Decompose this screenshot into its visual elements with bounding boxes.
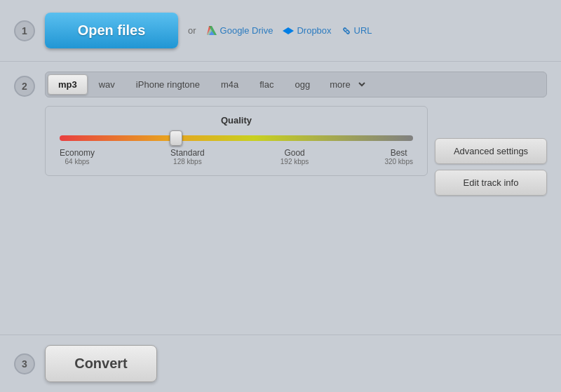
dropbox-link[interactable]: Dropbox: [283, 25, 331, 36]
quality-best: Best 320 kbps: [384, 148, 413, 165]
convert-button[interactable]: Convert: [45, 345, 157, 382]
or-label: or: [188, 25, 196, 36]
step-3-circle: 3: [14, 353, 35, 374]
edit-track-info-button[interactable]: Edit track info: [435, 170, 547, 196]
google-drive-icon: [206, 25, 217, 36]
open-files-button[interactable]: Open files: [45, 13, 178, 48]
app-container: 1 Open files or Google Drive: [0, 0, 561, 392]
quality-panel: Quality Economy 64 kbps Standard: [45, 106, 428, 176]
quality-good: Good 192 kbps: [280, 148, 309, 165]
step-2-circle: 2: [14, 76, 35, 97]
right-panel: Advanced settings Edit track info: [435, 138, 547, 196]
quality-slider-thumb[interactable]: [170, 130, 182, 146]
quality-slider-track: [60, 135, 413, 141]
advanced-settings-button[interactable]: Advanced settings: [435, 138, 547, 164]
quality-slider-container: [60, 135, 413, 141]
section-1: 1 Open files or Google Drive: [0, 0, 561, 62]
quality-standard: Standard 128 kbps: [170, 148, 205, 165]
format-tabs: mp3 wav iPhone ringtone m4a flac ogg mor…: [45, 72, 547, 97]
quality-label: Quality: [60, 115, 413, 126]
google-drive-link[interactable]: Google Drive: [206, 25, 273, 36]
quality-economy: Economy 64 kbps: [60, 148, 95, 165]
quality-row: Quality Economy 64 kbps Standard: [45, 106, 547, 196]
step-1-circle: 1: [14, 20, 35, 41]
tab-flac[interactable]: flac: [250, 75, 283, 94]
url-link[interactable]: URL: [342, 25, 372, 36]
section-2-content: mp3 wav iPhone ringtone m4a flac ogg mor…: [45, 72, 547, 196]
tab-mp3[interactable]: mp3: [48, 74, 88, 95]
dropbox-icon: [283, 25, 294, 36]
tab-wav[interactable]: wav: [89, 75, 125, 94]
section-2: 2 mp3 wav iPhone ringtone m4a flac ogg m…: [0, 62, 561, 335]
tab-ogg[interactable]: ogg: [285, 75, 320, 94]
svg-line-5: [345, 29, 348, 32]
tab-iphone-ringtone[interactable]: iPhone ringtone: [126, 75, 210, 94]
slider-labels: Economy 64 kbps Standard 128 kbps Good 1…: [60, 148, 413, 165]
url-link-icon: [342, 26, 351, 36]
tab-m4a[interactable]: m4a: [211, 75, 248, 94]
more-formats-select[interactable]: more: [321, 74, 367, 95]
section-3: 3 Convert: [0, 335, 561, 392]
cloud-links: Google Drive Dropbox URL: [206, 25, 372, 36]
